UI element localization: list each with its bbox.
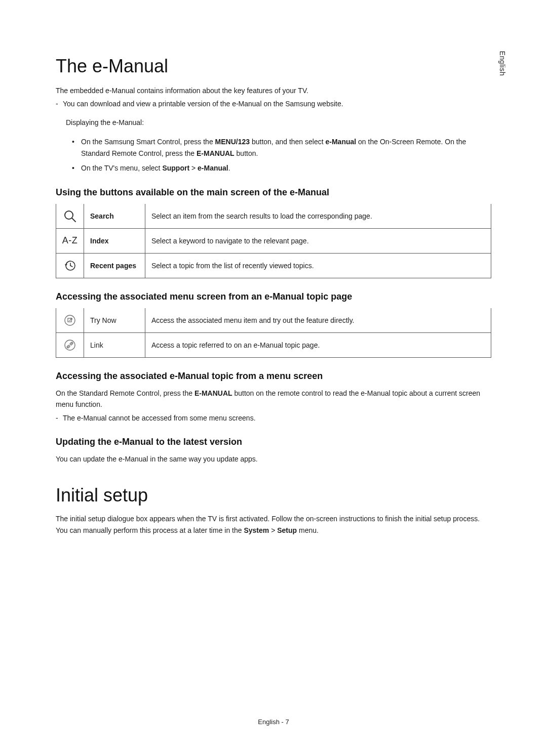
- displaying-label: Displaying the e-Manual:: [66, 117, 491, 129]
- updating-text: You can update the e-Manual in the same …: [56, 453, 491, 465]
- recent-pages-desc: Select a topic from the list of recently…: [145, 253, 491, 278]
- try-now-label: Try Now: [84, 308, 145, 333]
- initial-setup-heading: Initial setup: [56, 485, 491, 506]
- recent-pages-icon: [63, 259, 76, 272]
- emanual-button-label: E-MANUAL: [197, 149, 235, 157]
- recent-icon-cell: [56, 253, 84, 278]
- search-icon: [63, 209, 76, 223]
- svg-rect-7: [68, 318, 71, 322]
- table-row: A-Z Index Select a keyword to navigate t…: [56, 228, 491, 253]
- index-desc: Select a keyword to navigate to the rele…: [145, 228, 491, 253]
- emanual-label: e-Manual: [198, 164, 228, 172]
- menu-screen-note: The e-Manual cannot be accessed from som…: [56, 412, 491, 424]
- associated-menu-heading: Accessing the associated menu screen fro…: [56, 291, 491, 302]
- text-fragment: On the Standard Remote Control, press th…: [56, 389, 194, 397]
- az-icon-cell: A-Z: [56, 228, 84, 253]
- text-fragment: On the Samsung Smart Control, press the: [81, 138, 215, 146]
- page-footer: English - 7: [0, 718, 547, 726]
- menu123-button-label: MENU/123: [215, 138, 250, 146]
- emanual-heading: The e-Manual: [56, 56, 491, 77]
- text-fragment: button, and then select: [250, 138, 325, 146]
- search-desc: Select an item from the search results t…: [145, 204, 491, 229]
- from-menu-screen-heading: Accessing the associated e-Manual topic …: [56, 371, 491, 382]
- table-row: Link Access a topic referred to on an e-…: [56, 332, 491, 357]
- search-icon-cell: [56, 204, 84, 229]
- updating-heading: Updating the e-Manual to the latest vers…: [56, 437, 491, 447]
- svg-line-1: [72, 218, 75, 222]
- instruction-item: On the Samsung Smart Control, press the …: [81, 136, 491, 159]
- table-row: Search Select an item from the search re…: [56, 204, 491, 229]
- az-index-icon: A-Z: [62, 235, 78, 245]
- main-screen-buttons-table: Search Select an item from the search re…: [56, 204, 491, 278]
- display-instructions-list: On the Samsung Smart Control, press the …: [56, 136, 491, 174]
- initial-setup-text: The initial setup dialogue box appears w…: [56, 513, 491, 536]
- recent-pages-label: Recent pages: [84, 253, 145, 278]
- svg-point-9: [65, 340, 75, 350]
- text-fragment: button.: [235, 149, 258, 157]
- text-fragment: menu.: [297, 526, 319, 534]
- download-note: You can download and view a printable ve…: [56, 98, 491, 109]
- text-fragment: .: [228, 164, 230, 172]
- emanual-label: e-Manual: [326, 138, 357, 146]
- manual-page: English The e-Manual The embedded e-Manu…: [0, 0, 547, 756]
- try-now-desc: Access the associated menu item and try …: [145, 308, 491, 333]
- topic-page-buttons-table: Try Now Access the associated menu item …: [56, 308, 491, 358]
- setup-label: Setup: [277, 526, 297, 534]
- trynow-icon-cell: [56, 308, 84, 333]
- link-icon: [64, 339, 76, 351]
- system-label: System: [244, 526, 269, 534]
- link-label: Link: [84, 332, 145, 357]
- text-fragment: >: [189, 164, 198, 172]
- link-icon-cell: [56, 332, 84, 357]
- text-fragment: >: [269, 526, 277, 534]
- intro-text: The embedded e-Manual contains informati…: [56, 85, 491, 96]
- index-label: Index: [84, 228, 145, 253]
- instruction-item: On the TV's menu, select Support > e-Man…: [81, 162, 491, 174]
- text-fragment: On the TV's menu, select: [81, 164, 162, 172]
- emanual-button-label: E-MANUAL: [194, 389, 232, 397]
- support-label: Support: [162, 164, 189, 172]
- link-desc: Access a topic referred to on an e-Manua…: [145, 332, 491, 357]
- buttons-main-screen-heading: Using the buttons available on the main …: [56, 187, 491, 198]
- table-row: Recent pages Select a topic from the lis…: [56, 253, 491, 278]
- svg-line-5: [70, 266, 72, 267]
- search-label: Search: [84, 204, 145, 229]
- table-row: Try Now Access the associated menu item …: [56, 308, 491, 333]
- language-tab: English: [498, 51, 506, 76]
- from-menu-screen-text: On the Standard Remote Control, press th…: [56, 388, 491, 410]
- try-now-icon: [64, 314, 76, 326]
